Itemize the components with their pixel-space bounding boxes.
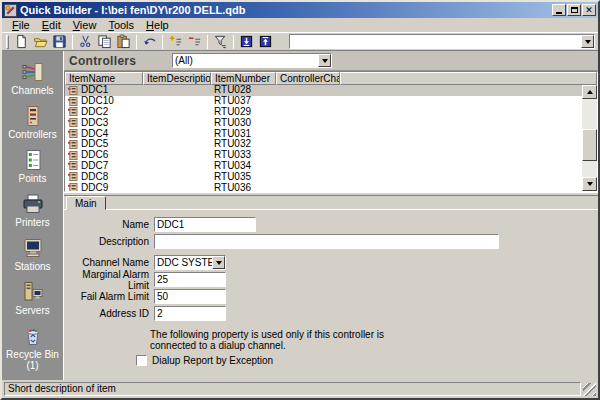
controller-item-icon xyxy=(67,107,78,116)
status-text: Short description of item xyxy=(4,382,581,396)
table-row[interactable]: DDC10 RTU037 xyxy=(65,96,582,107)
toolbar xyxy=(2,32,598,51)
controller-list: ItemName ItemDescription ItemNumber Cont… xyxy=(64,71,598,192)
maximize-button[interactable] xyxy=(567,4,581,16)
cell-itemname: DDC8 xyxy=(81,172,108,182)
recycle-bin-icon xyxy=(22,325,44,347)
menu-edit[interactable]: Edit xyxy=(36,19,67,31)
paste-button[interactable] xyxy=(114,33,133,50)
title-bar: Quick Builder - I:\bei fen\DY\r200 DELL.… xyxy=(2,2,598,18)
channel-name-combobox[interactable]: DDC SYSTEM xyxy=(154,255,226,270)
filter-button[interactable] xyxy=(211,33,230,50)
cell-itemnumber: RTU028 xyxy=(211,85,276,95)
sidebar-item-label: Stations xyxy=(14,261,50,272)
scrollbar-track[interactable] xyxy=(582,99,597,177)
filter-combobox[interactable]: (All) xyxy=(172,53,332,68)
address-id-field[interactable] xyxy=(154,306,226,321)
cell-itemnumber: RTU035 xyxy=(211,172,276,182)
cell-itemnumber: RTU036 xyxy=(211,183,276,191)
copy-icon xyxy=(97,34,112,49)
toolbar-grip[interactable] xyxy=(6,35,9,49)
cell-itemname: DDC3 xyxy=(81,118,108,128)
add-item-button[interactable] xyxy=(166,33,185,50)
table-row[interactable]: DDC5 RTU032 xyxy=(65,139,582,150)
remove-item-button[interactable] xyxy=(185,33,204,50)
resize-grip[interactable] xyxy=(583,383,596,396)
description-field[interactable] xyxy=(154,234,499,249)
filter-combobox-drop-button[interactable] xyxy=(318,54,331,67)
copy-button[interactable] xyxy=(95,33,114,50)
cell-itemname: DDC7 xyxy=(81,161,108,171)
menu-tools[interactable]: Tools xyxy=(102,19,140,31)
cut-button[interactable] xyxy=(76,33,95,50)
scroll-up-button[interactable] xyxy=(582,85,597,99)
controller-list-header: ItemName ItemDescription ItemNumber Cont… xyxy=(65,72,597,85)
cell-itemname: DDC9 xyxy=(81,183,108,191)
menu-view[interactable]: View xyxy=(67,19,103,31)
undo-button[interactable] xyxy=(140,33,159,50)
sidebar-item-servers[interactable]: Servers xyxy=(3,281,63,316)
sidebar-item-channels[interactable]: Channels xyxy=(3,61,63,96)
detail-pane: Main Name Description Channel Name DD xyxy=(64,196,598,380)
dialup-report-checkbox[interactable] xyxy=(136,355,147,366)
scroll-up-icon xyxy=(587,87,593,94)
menu-bar: File Edit View Tools Help xyxy=(2,18,598,32)
minimize-button[interactable] xyxy=(552,4,566,16)
table-row[interactable]: DDC4 RTU031 xyxy=(65,128,582,139)
sidebar-item-controllers[interactable]: Controllers xyxy=(3,105,63,140)
toolbar-separator xyxy=(162,35,163,49)
address-id-label: Address ID xyxy=(68,308,154,319)
app-icon xyxy=(4,4,17,17)
dialup-note: The following property is used only if t… xyxy=(150,329,432,351)
sidebar-item-label: Servers xyxy=(15,305,49,316)
scroll-down-button[interactable] xyxy=(582,177,597,191)
column-header-itemdescription[interactable]: ItemDescription xyxy=(143,72,211,85)
list-scrollbar[interactable] xyxy=(582,85,597,191)
column-header-itemnumber[interactable]: ItemNumber xyxy=(211,72,276,85)
table-row[interactable]: DDC6 RTU033 xyxy=(65,150,582,161)
cell-itemname: DDC6 xyxy=(81,150,108,160)
save-floppy-icon xyxy=(52,34,67,49)
name-field[interactable] xyxy=(154,217,256,232)
table-row[interactable]: DDC3 RTU030 xyxy=(65,117,582,128)
download-button[interactable] xyxy=(237,33,256,50)
quick-builder-window: Quick Builder - I:\bei fen\DY\r200 DELL.… xyxy=(0,0,600,400)
column-header-controllerchannel[interactable]: ControllerChann... xyxy=(276,72,340,85)
channel-name-label: Channel Name xyxy=(68,257,154,268)
toolbar-combobox[interactable] xyxy=(289,34,595,49)
menu-help[interactable]: Help xyxy=(140,19,175,31)
chevron-down-icon xyxy=(585,40,591,47)
sidebar-item-points[interactable]: Points xyxy=(3,149,63,184)
open-button[interactable] xyxy=(31,33,50,50)
marginal-alarm-limit-label: Marginal Alarm Limit xyxy=(68,269,154,291)
new-button[interactable] xyxy=(12,33,31,50)
scrollbar-thumb[interactable] xyxy=(582,129,597,161)
column-header-itemname[interactable]: ItemName xyxy=(65,72,143,85)
view-title: Controllers xyxy=(69,54,172,68)
toolbar-combobox-drop-button[interactable] xyxy=(581,35,594,48)
fail-alarm-limit-field[interactable] xyxy=(154,289,226,304)
marginal-alarm-limit-field[interactable] xyxy=(154,272,226,287)
cell-itemname: DDC5 xyxy=(81,139,108,149)
controller-item-icon xyxy=(67,172,78,181)
tab-main[interactable]: Main xyxy=(66,196,106,210)
cell-itemname: DDC4 xyxy=(81,129,108,139)
save-button[interactable] xyxy=(50,33,69,50)
sidebar-item-recycle-bin[interactable]: Recycle Bin (1) xyxy=(3,325,63,371)
table-row[interactable]: DDC9 RTU036 xyxy=(65,182,582,191)
upload-button[interactable] xyxy=(256,33,275,50)
cell-itemnumber: RTU032 xyxy=(211,139,276,149)
table-row[interactable]: DDC2 RTU029 xyxy=(65,107,582,118)
table-row[interactable]: DDC1 RTU028 xyxy=(65,85,582,96)
sidebar-item-label: Points xyxy=(19,173,47,184)
cell-itemname: DDC2 xyxy=(81,107,108,117)
table-row[interactable]: DDC7 RTU034 xyxy=(65,161,582,172)
close-button[interactable]: ✕ xyxy=(582,4,596,16)
sidebar-item-printers[interactable]: Printers xyxy=(3,193,63,228)
table-row[interactable]: DDC8 RTU035 xyxy=(65,171,582,182)
menu-file[interactable]: File xyxy=(6,19,36,31)
servers-icon xyxy=(22,281,44,303)
sidebar-item-stations[interactable]: Stations xyxy=(3,237,63,272)
channel-name-drop-button[interactable] xyxy=(212,256,225,269)
controller-item-icon xyxy=(67,97,78,106)
